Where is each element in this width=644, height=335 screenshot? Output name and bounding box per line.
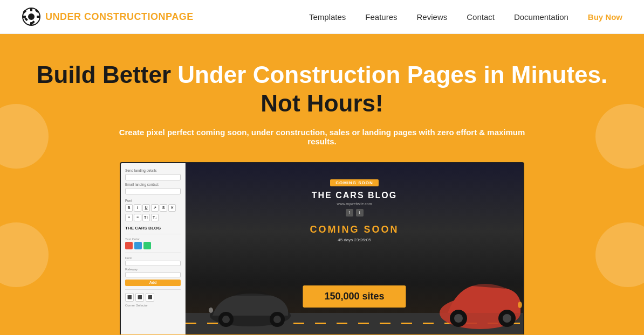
sidebar-input-1[interactable] (125, 174, 181, 180)
strikethrough-btn[interactable]: S (160, 204, 167, 212)
logo-icon (22, 7, 41, 26)
sidebar-add-btn[interactable]: Add (125, 280, 181, 286)
align-center-icon-btn[interactable]: ⬛ (135, 293, 144, 302)
sidebar-divider-2 (125, 253, 181, 253)
hero-subtitle: Create pixel perfect coming soon, under … (112, 128, 532, 146)
svg-rect-9 (24, 17, 28, 21)
align-center-btn[interactable]: ≡ (134, 214, 141, 221)
sidebar-preview-title: THE CARS BLOG (125, 226, 181, 231)
preview-bg: COMING SOON THE CARS BLOG www.mywebsite.… (186, 163, 523, 334)
sidebar-font-input[interactable] (125, 261, 181, 266)
logo-text: UNDER CONSTRUCTIONPAGE (45, 11, 194, 23)
svg-point-1 (28, 13, 35, 20)
svg-rect-4 (23, 16, 26, 18)
link-btn[interactable]: ↗ (151, 204, 159, 212)
bold-btn[interactable]: B (125, 204, 133, 212)
sidebar-divider-1 (125, 234, 181, 234)
svg-point-21 (209, 308, 213, 313)
sidebar-font-select[interactable] (125, 272, 181, 277)
preview-timer: 45 days 23:26:05 (338, 238, 371, 242)
preview-site-url: www.mywebsite.com (337, 202, 372, 206)
preview-content: COMING SOON THE CARS BLOG www.mywebsite.… (186, 163, 523, 334)
svg-rect-2 (30, 8, 32, 11)
nav-features[interactable]: Features (365, 12, 397, 22)
preview-top-label: COMING SOON (330, 179, 379, 186)
hero-section: Build Better Under Construction Pages in… (0, 34, 644, 335)
nav-buy-now[interactable]: Buy Now (588, 12, 622, 22)
sidebar-input-2[interactable] (125, 188, 181, 194)
sidebar-corner-label: Corner Selector (125, 304, 181, 307)
nav-contact[interactable]: Contact (467, 12, 495, 22)
sites-badge: 150,000 sites (303, 285, 406, 308)
align-left-icon-btn[interactable]: ⬛ (125, 293, 134, 302)
sidebar-font-label: Font (125, 199, 181, 203)
font-size-down-btn[interactable]: T↓ (151, 214, 159, 221)
preview-container: Send landing details Email landing conta… (32, 162, 612, 334)
svg-point-12 (454, 314, 463, 323)
svg-point-20 (273, 316, 281, 323)
preview-wrapper: Send landing details Email landing conta… (120, 162, 524, 334)
align-left-btn[interactable]: ≡ (125, 214, 133, 221)
header: UNDER CONSTRUCTIONPAGE Templates Feature… (0, 0, 644, 34)
preview-coming-soon-text: COMING SOON (310, 224, 399, 235)
color-swatch-blue[interactable] (134, 242, 142, 249)
font-size-btn[interactable]: T↑ (142, 214, 150, 221)
sidebar-label-1: Send landing details (125, 169, 181, 172)
facebook-icon: f (346, 209, 353, 217)
sidebar-font-size-label: Font (125, 256, 181, 260)
svg-rect-5 (37, 16, 40, 18)
nav-reviews[interactable]: Reviews (417, 12, 448, 22)
align-right-icon-btn[interactable]: ⬛ (146, 293, 154, 302)
underline-btn[interactable]: U (142, 204, 150, 212)
preview-site-title: THE CARS BLOG (312, 191, 397, 200)
car-silhouette-left (202, 275, 299, 329)
sidebar-divider-3 (125, 289, 181, 290)
hero-text: Build Better Under Construction Pages in… (32, 61, 612, 146)
preview-social-icons: f t (346, 209, 364, 217)
color-swatch-green[interactable] (143, 242, 151, 249)
clear-btn[interactable]: ✕ (168, 204, 176, 212)
twitter-icon: t (356, 209, 364, 217)
logo[interactable]: UNDER CONSTRUCTIONPAGE (22, 7, 194, 26)
svg-point-18 (222, 316, 230, 323)
sidebar-font-value-label: Raleway (125, 268, 181, 271)
nav-templates[interactable]: Templates (309, 12, 346, 22)
sidebar-text-color-label: Text Color (125, 238, 181, 241)
color-swatch-red[interactable] (125, 242, 133, 249)
main-nav: Templates Features Reviews Contact Docum… (309, 12, 622, 22)
sidebar-label-2: Email landing contact (125, 183, 181, 186)
svg-point-14 (503, 314, 511, 323)
svg-point-15 (518, 302, 522, 308)
italic-btn[interactable]: I (134, 204, 141, 212)
hero-title: Build Better Under Construction Pages in… (32, 61, 612, 118)
nav-documentation[interactable]: Documentation (514, 12, 568, 22)
editor-sidebar: Send landing details Email landing conta… (121, 163, 186, 334)
